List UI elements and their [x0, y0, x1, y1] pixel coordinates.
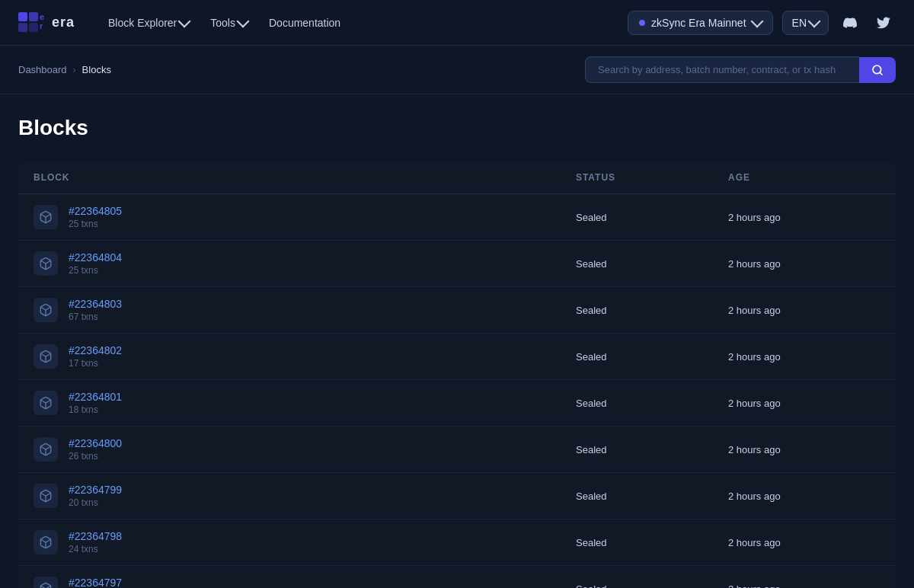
age-cell: 2 hours ago: [728, 258, 880, 270]
page-title: Blocks: [18, 116, 896, 140]
cube-icon: [39, 303, 53, 317]
block-cell: #22364802 17 txns: [34, 344, 576, 369]
block-txns: 17 txns: [69, 358, 122, 369]
table-row: #22364804 25 txns Sealed 2 hours ago: [18, 241, 896, 287]
chevron-down-icon: [750, 15, 763, 28]
table-row: #22364805 25 txns Sealed 2 hours ago: [18, 194, 896, 241]
search-bar: [585, 56, 896, 83]
block-number-link[interactable]: #22364801: [69, 391, 122, 403]
age-cell: 2 hours ago: [728, 444, 880, 455]
block-number-link[interactable]: #22364805: [69, 205, 122, 217]
search-input[interactable]: [585, 56, 859, 83]
block-info: #22364803 67 txns: [69, 298, 122, 322]
block-info: #22364802 17 txns: [69, 344, 122, 369]
block-info: #22364801 18 txns: [69, 391, 122, 415]
block-cell: #22364801 18 txns: [34, 391, 576, 415]
table-row: #22364799 20 txns Sealed 2 hours ago: [18, 473, 896, 519]
block-number-link[interactable]: #22364804: [69, 251, 122, 264]
chevron-down-icon: [236, 15, 249, 28]
svg-rect-2: [18, 23, 27, 32]
block-txns: 25 txns: [69, 219, 122, 229]
block-info: #22364805 25 txns: [69, 205, 122, 229]
block-info: #22364799 20 txns: [69, 484, 122, 508]
status-cell: Sealed: [576, 491, 728, 502]
age-cell: 2 hours ago: [728, 537, 880, 548]
block-icon: [34, 577, 58, 588]
block-cell: #22364803 67 txns: [34, 298, 576, 322]
block-info: #22364797 17 txns: [69, 577, 122, 588]
block-number-link[interactable]: #22364798: [69, 530, 122, 542]
svg-rect-3: [29, 23, 38, 32]
status-cell: Sealed: [576, 583, 728, 589]
col-block: BLOCK: [34, 172, 576, 183]
block-cell: #22364799 20 txns: [34, 484, 576, 508]
col-age: AGE: [728, 172, 880, 183]
age-cell: 2 hours ago: [728, 351, 880, 363]
block-icon: [34, 391, 58, 415]
breadcrumb-dashboard[interactable]: Dashboard: [18, 64, 67, 75]
cube-icon: [39, 443, 53, 456]
status-cell: Sealed: [576, 537, 728, 548]
svg-line-7: [880, 72, 882, 75]
language-selector[interactable]: EN: [782, 11, 829, 35]
breadcrumb-blocks: Blocks: [82, 64, 111, 75]
age-cell: 2 hours ago: [728, 398, 880, 409]
network-selector[interactable]: zkSync Era Mainnet: [628, 11, 773, 35]
table-row: #22364800 26 txns Sealed 2 hours ago: [18, 427, 896, 473]
table-row: #22364798 24 txns Sealed 2 hours ago: [18, 519, 896, 566]
cube-icon: [39, 257, 53, 270]
age-cell: 2 hours ago: [728, 491, 880, 502]
block-txns: 24 txns: [69, 544, 122, 554]
table-row: #22364801 18 txns Sealed 2 hours ago: [18, 380, 896, 427]
block-number-link[interactable]: #22364799: [69, 484, 122, 496]
table-row: #22364803 67 txns Sealed 2 hours ago: [18, 287, 896, 334]
block-txns: 26 txns: [69, 451, 122, 462]
block-txns: 25 txns: [69, 265, 122, 276]
discord-link[interactable]: [838, 11, 862, 35]
search-icon: [871, 64, 884, 76]
block-icon: [34, 298, 58, 322]
block-icon: [34, 437, 58, 462]
svg-rect-0: [18, 12, 27, 21]
block-cell: #22364804 25 txns: [34, 251, 576, 276]
cube-icon: [39, 396, 53, 410]
nav-tools[interactable]: Tools: [201, 11, 257, 35]
table-body: #22364805 25 txns Sealed 2 hours ago #22…: [18, 194, 896, 588]
block-txns: 20 txns: [69, 497, 122, 508]
block-icon: [34, 251, 58, 276]
header-right: zkSync Era Mainnet EN: [628, 11, 896, 35]
age-cell: 2 hours ago: [728, 583, 880, 589]
logo[interactable]: e r era: [18, 12, 75, 34]
chevron-down-icon: [808, 15, 821, 28]
block-txns: 18 txns: [69, 404, 122, 415]
twitter-link[interactable]: [871, 11, 896, 35]
blocks-table: BLOCK STATUS AGE #22364805 25 txns Seale…: [18, 161, 896, 588]
block-number-link[interactable]: #22364803: [69, 298, 122, 310]
nav-documentation[interactable]: Documentation: [260, 11, 350, 35]
breadcrumb-bar: Dashboard › Blocks: [0, 46, 914, 94]
cube-icon: [39, 582, 53, 588]
block-info: #22364804 25 txns: [69, 251, 122, 276]
status-cell: Sealed: [576, 212, 728, 223]
block-cell: #22364805 25 txns: [34, 205, 576, 229]
svg-text:e: e: [40, 12, 44, 21]
age-cell: 2 hours ago: [728, 212, 880, 223]
block-number-link[interactable]: #22364802: [69, 344, 122, 356]
search-button[interactable]: [859, 57, 896, 83]
block-txns: 67 txns: [69, 312, 122, 322]
block-number-link[interactable]: #22364800: [69, 437, 122, 449]
cube-icon: [39, 350, 53, 363]
block-icon: [34, 484, 58, 508]
nav-block-explorer[interactable]: Block Explorer: [99, 11, 198, 35]
age-cell: 2 hours ago: [728, 305, 880, 316]
table-row: #22364797 17 txns Sealed 2 hours ago: [18, 566, 896, 588]
svg-rect-1: [29, 12, 38, 21]
col-status: STATUS: [576, 172, 728, 183]
logo-text: era: [52, 14, 75, 30]
block-cell: #22364800 26 txns: [34, 437, 576, 462]
status-cell: Sealed: [576, 258, 728, 270]
block-info: #22364800 26 txns: [69, 437, 122, 462]
block-number-link[interactable]: #22364797: [69, 577, 122, 588]
status-cell: Sealed: [576, 398, 728, 409]
svg-text:r: r: [40, 21, 43, 30]
